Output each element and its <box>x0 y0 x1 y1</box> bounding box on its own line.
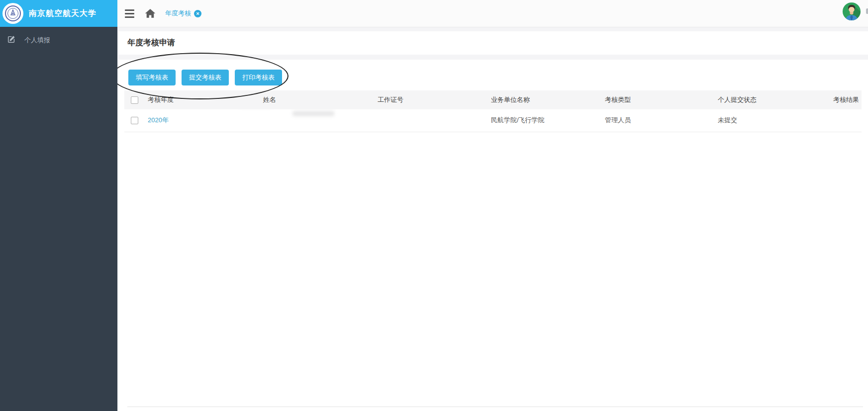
page-header-card: 年度考核申请 <box>118 31 868 55</box>
fill-assessment-form-button[interactable]: 填写考核表 <box>128 70 176 85</box>
tab-annual-assessment[interactable]: 年度考核 × <box>165 9 201 18</box>
page-title: 年度考核申请 <box>127 38 175 48</box>
page-body-card: 填写考核表 提交考核表 打印考核表 <box>118 60 868 411</box>
tab-close-icon[interactable]: × <box>194 10 201 17</box>
col-assessment-type: 考核类型 <box>605 90 718 109</box>
footer-divider <box>127 407 863 407</box>
cell-assessment-type: 管理人员 <box>605 109 718 132</box>
edit-icon <box>7 35 16 45</box>
table-header-row: 考核年度 姓名 工作证号 业务单位名称 考核类型 个人提交状态 考核结果 <box>124 90 862 109</box>
col-work-id: 工作证号 <box>378 90 491 109</box>
assessment-table-wrap: 考核年度 姓名 工作证号 业务单位名称 考核类型 个人提交状态 考核结果 <box>124 90 862 132</box>
topbar: 年度考核 × <box>117 0 868 27</box>
sidebar: 南京航空航天大学 个人填报 <box>0 0 117 411</box>
col-assessment-year: 考核年度 <box>148 90 263 109</box>
toolbar: 填写考核表 提交考核表 打印考核表 <box>128 70 282 85</box>
content-area: 年度考核申请 填写考核表 提交考核表 打印考核表 <box>117 27 868 411</box>
user-avatar[interactable] <box>842 2 861 21</box>
main-area: 年度考核 × <box>117 0 868 411</box>
table-row: 2020年 民航学院/飞行学院 管理人员 未提交 <box>124 109 862 132</box>
university-name: 南京航空航天大学 <box>29 8 96 19</box>
col-name: 姓名 <box>263 90 378 109</box>
col-submit-status: 个人提交状态 <box>718 90 833 109</box>
cell-submit-status: 未提交 <box>718 109 833 132</box>
submit-assessment-form-button[interactable]: 提交考核表 <box>182 70 229 85</box>
cell-work-id <box>378 109 491 132</box>
print-assessment-form-button[interactable]: 打印考核表 <box>235 70 282 85</box>
row-checkbox[interactable] <box>131 117 138 124</box>
app-window: 南京航空航天大学 个人填报 年度考核 × <box>0 0 868 411</box>
assessment-table: 考核年度 姓名 工作证号 业务单位名称 考核类型 个人提交状态 考核结果 <box>124 90 862 132</box>
scrollbar-sliver <box>866 8 868 14</box>
cell-name <box>263 109 378 132</box>
assessment-year-link[interactable]: 2020年 <box>148 116 169 124</box>
select-all-checkbox[interactable] <box>131 96 138 104</box>
sidebar-item-personal-report[interactable]: 个人填报 <box>0 27 117 53</box>
brand-header: 南京航空航天大学 <box>0 0 117 27</box>
home-icon[interactable] <box>145 8 156 18</box>
cell-unit-name: 民航学院/飞行学院 <box>491 109 605 132</box>
sidebar-item-label: 个人填报 <box>24 36 50 45</box>
cell-assessment-result <box>833 109 862 132</box>
col-assessment-result: 考核结果 <box>833 90 862 109</box>
tab-label: 年度考核 <box>165 9 191 18</box>
university-seal-icon <box>2 3 23 24</box>
col-unit-name: 业务单位名称 <box>491 90 605 109</box>
hamburger-icon[interactable] <box>124 7 135 20</box>
